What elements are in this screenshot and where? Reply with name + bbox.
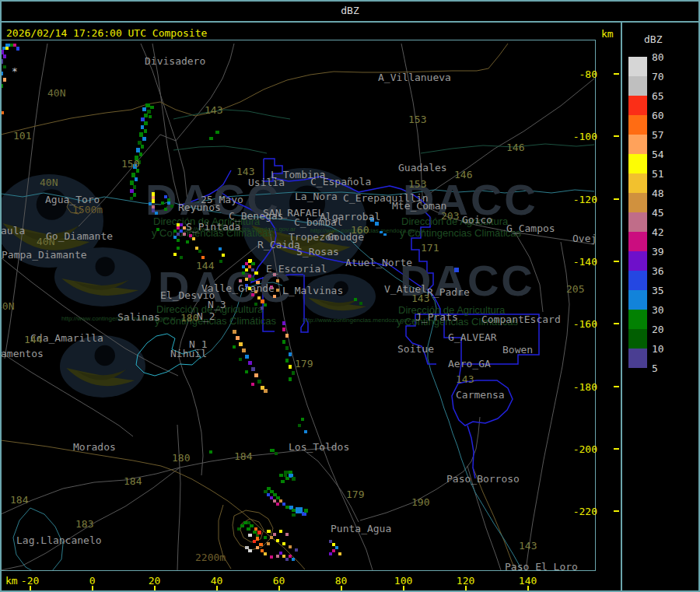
place-label: El_Desvio <box>160 290 215 300</box>
radar-echo-cell <box>209 450 212 454</box>
radar-echo-cell <box>222 254 225 257</box>
timestamp-label: 2026/02/14 17:26:00 UTC Composite <box>6 27 207 39</box>
dacc-logo-eye-icon <box>303 274 376 319</box>
radar-echo-cell <box>285 346 289 350</box>
colorbar-swatch <box>628 212 647 232</box>
road-line <box>413 417 480 503</box>
road-line <box>177 425 180 570</box>
radar-echo-cell <box>329 552 332 555</box>
place-label: Reyunos <box>178 202 221 212</box>
radar-echo-cell <box>3 54 6 58</box>
place-label: Go_Diamante <box>46 231 113 241</box>
radar-echo-cell <box>253 540 256 543</box>
colorbar-level-label: 65 <box>652 90 664 102</box>
radar-echo-cell <box>276 503 279 506</box>
radar-echo-cell <box>295 548 298 552</box>
road-line <box>360 503 413 520</box>
radar-echo-cell <box>289 545 292 548</box>
route-number-label: 150 <box>121 159 139 169</box>
radar-echo-cell <box>282 340 285 344</box>
radar-echo-cell <box>247 527 250 531</box>
radar-echo-cell <box>292 371 295 375</box>
radar-echo-cell <box>248 549 252 552</box>
radar-echo-cell <box>5 47 9 50</box>
place-label: Carmensa <box>456 390 505 400</box>
page-title: dBZ <box>0 5 700 16</box>
radar-echo-cell <box>257 531 261 534</box>
radar-echo-cell <box>242 271 245 275</box>
route-line <box>1 440 305 569</box>
radar-echo-cell <box>383 233 387 236</box>
place-label: Nihuil <box>170 349 207 359</box>
radar-echo-cell <box>183 233 186 236</box>
radar-echo-cell <box>285 334 289 338</box>
radar-echo-cell <box>251 383 254 386</box>
radar-map-canvas: DACCDACCDACCDACCDirección de Agricultura… <box>1 40 596 571</box>
radar-echo-cell <box>285 558 289 561</box>
radar-echo-cell <box>335 546 338 549</box>
right-axis-tick-label: -180 <box>566 381 597 391</box>
colorbar-swatch <box>628 76 647 96</box>
radar-echo-cell <box>285 477 289 480</box>
radar-echo-cell <box>198 250 201 253</box>
colorbar-level-label: 39 <box>652 246 664 257</box>
bottom-axis-tick-label: -20 <box>21 576 39 586</box>
radar-echo-cell <box>267 542 270 545</box>
right-axis-tick-label: -100 <box>566 131 597 142</box>
radar-echo-cell <box>164 208 167 211</box>
grid-label: 40N <box>1 301 14 311</box>
radar-echo-cell <box>304 509 308 513</box>
radar-echo-cell <box>248 361 252 365</box>
radar-echo-cell <box>264 303 267 307</box>
route-line <box>1 44 508 135</box>
radar-echo-cell <box>201 256 205 259</box>
route-number-label: 144 <box>196 261 214 271</box>
colorbar-level-label: 20 <box>652 324 664 335</box>
bottom-axis-unit-label: km <box>5 576 18 586</box>
radar-echo-cell <box>139 152 142 156</box>
radar-echo-cell <box>192 237 195 240</box>
place-label: Goico <box>462 215 492 225</box>
place-label: L_Malvinas <box>282 285 343 296</box>
bottom-axis-tick-label: 60 <box>273 576 285 586</box>
radar-echo-cell <box>136 169 139 173</box>
radar-echo-cell <box>375 222 379 226</box>
radar-echo-cell <box>254 373 258 377</box>
route-number-label: 153 <box>408 114 426 124</box>
km-unit-label: km <box>601 28 614 40</box>
radar-echo-cell <box>245 278 248 281</box>
radar-echo-cell <box>270 536 273 539</box>
place-label: Divisadero <box>145 56 205 66</box>
radar-echo-cell <box>276 539 279 542</box>
radar-echo-cell <box>209 137 213 140</box>
colorbar-level-label: 42 <box>652 226 664 238</box>
right-axis-tick <box>614 261 619 262</box>
radar-echo-cell <box>245 355 249 359</box>
route-number-label: 160 <box>351 225 369 235</box>
radar-echo-cell <box>170 205 173 208</box>
elevation-label: 2200m <box>195 552 226 562</box>
radar-echo-cell <box>215 131 219 134</box>
bottom-axis-tick-label: 140 <box>519 576 537 586</box>
right-axis-tick <box>614 323 619 324</box>
radar-app-window: dBZ 2026/02/14 17:26:00 UTC Composite km… <box>0 0 700 592</box>
colorbar-level-label: 70 <box>652 71 664 82</box>
radar-echo-cell <box>155 212 158 215</box>
map-vector-layer <box>1 40 596 571</box>
radar-echo-cell <box>251 367 255 371</box>
radar-echo-cell <box>251 293 254 296</box>
radar-echo-cell <box>304 430 307 433</box>
radar-echo-cell <box>135 177 138 181</box>
radar-echo-cell <box>152 199 155 203</box>
colorbar-swatch <box>628 232 647 251</box>
place-label: Aero_GA <box>448 359 491 369</box>
radar-echo-cell <box>281 480 285 483</box>
colorbar-swatch <box>628 290 647 310</box>
radar-echo-cell <box>248 534 252 537</box>
route-number-label: 143 <box>236 166 254 177</box>
bottom-axis-tick <box>278 586 280 590</box>
route-number-label: 144 <box>24 335 42 345</box>
place-label: Bowen <box>502 345 533 355</box>
right-axis-tick-label: -140 <box>566 256 597 266</box>
grid-label: 40N <box>40 177 58 187</box>
